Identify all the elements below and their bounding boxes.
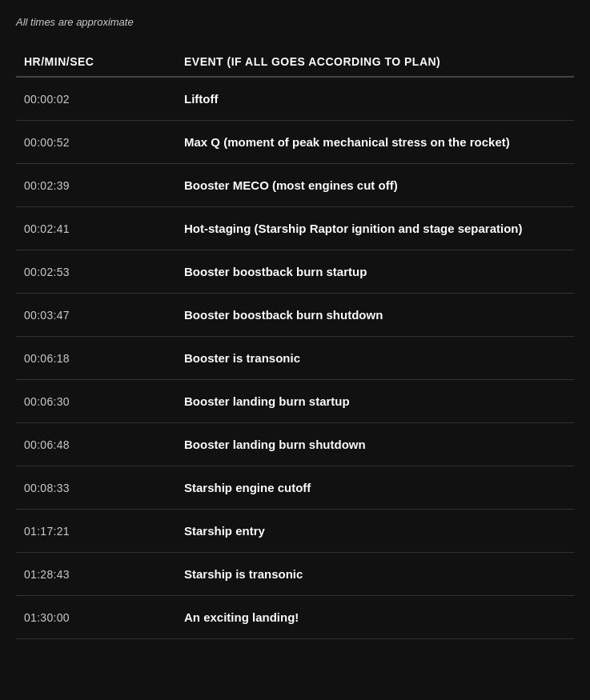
cell-time: 00:00:52 xyxy=(16,121,176,164)
table-row: 00:02:53Booster boostback burn startup xyxy=(16,250,574,294)
table-row: 00:02:41Hot-staging (Starship Raptor ign… xyxy=(16,207,574,250)
cell-event: Liftoff xyxy=(176,77,574,121)
timeline-table: HR/MIN/SEC EVENT (IF ALL GOES ACCORDING … xyxy=(16,47,574,639)
cell-event: Hot-staging (Starship Raptor ignition an… xyxy=(176,207,574,250)
cell-time: 01:30:00 xyxy=(16,596,176,639)
cell-time: 00:02:53 xyxy=(16,250,176,294)
cell-event: Booster MECO (most engines cut off) xyxy=(176,164,574,207)
cell-event: Booster is transonic xyxy=(176,337,574,380)
cell-event: Booster boostback burn shutdown xyxy=(176,294,574,337)
cell-event: Booster landing burn shutdown xyxy=(176,423,574,466)
table-header-row: HR/MIN/SEC EVENT (IF ALL GOES ACCORDING … xyxy=(16,47,574,77)
cell-time: 01:28:43 xyxy=(16,553,176,596)
table-row: 00:08:33Starship engine cutoff xyxy=(16,466,574,510)
cell-time: 00:06:30 xyxy=(16,380,176,423)
cell-time: 00:06:18 xyxy=(16,337,176,380)
table-row: 01:28:43Starship is transonic xyxy=(16,553,574,596)
cell-time: 00:00:02 xyxy=(16,77,176,121)
cell-time: 00:03:47 xyxy=(16,294,176,337)
cell-event: Booster boostback burn startup xyxy=(176,250,574,294)
table-row: 00:00:02Liftoff xyxy=(16,77,574,121)
cell-event: An exciting landing! xyxy=(176,596,574,639)
table-row: 01:17:21Starship entry xyxy=(16,510,574,553)
table-row: 00:02:39Booster MECO (most engines cut o… xyxy=(16,164,574,207)
col-event-header: EVENT (IF ALL GOES ACCORDING TO PLAN) xyxy=(176,47,574,77)
cell-event: Starship entry xyxy=(176,510,574,553)
cell-event: Max Q (moment of peak mechanical stress … xyxy=(176,121,574,164)
table-row: 00:03:47Booster boostback burn shutdown xyxy=(16,294,574,337)
cell-time: 01:17:21 xyxy=(16,510,176,553)
cell-time: 00:02:39 xyxy=(16,164,176,207)
table-row: 00:06:48Booster landing burn shutdown xyxy=(16,423,574,466)
cell-time: 00:02:41 xyxy=(16,207,176,250)
table-row: 00:06:30Booster landing burn startup xyxy=(16,380,574,423)
cell-event: Starship is transonic xyxy=(176,553,574,596)
cell-time: 00:08:33 xyxy=(16,466,176,510)
table-row: 01:30:00An exciting landing! xyxy=(16,596,574,639)
col-time-header: HR/MIN/SEC xyxy=(16,47,176,77)
table-row: 00:00:52Max Q (moment of peak mechanical… xyxy=(16,121,574,164)
disclaimer-text: All times are approximate xyxy=(16,16,574,28)
cell-event: Starship engine cutoff xyxy=(176,466,574,510)
cell-event: Booster landing burn startup xyxy=(176,380,574,423)
cell-time: 00:06:48 xyxy=(16,423,176,466)
table-row: 00:06:18Booster is transonic xyxy=(16,337,574,380)
